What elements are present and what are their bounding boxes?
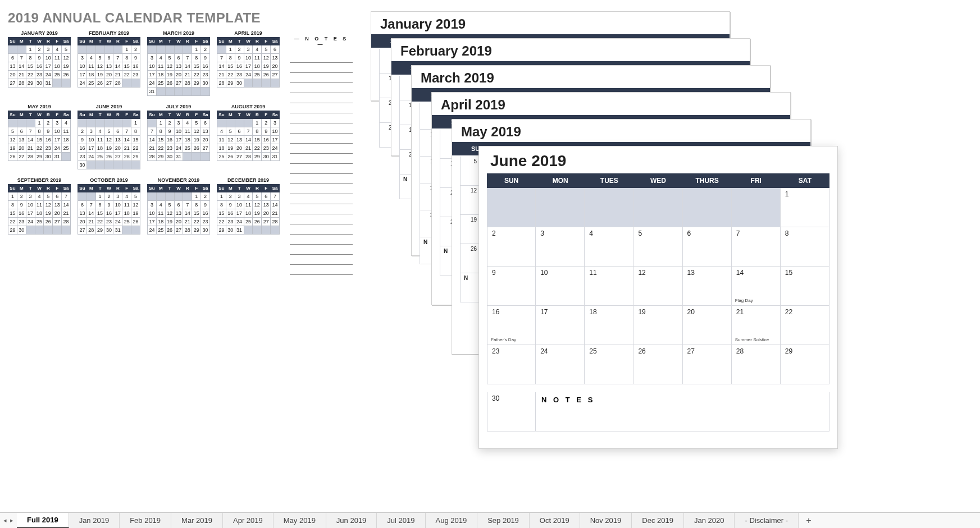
notes-area[interactable]: N O T E S xyxy=(536,392,829,431)
day-cell[interactable]: 21Summer Solstice xyxy=(732,306,781,345)
mini-day-cell: 29 xyxy=(95,226,104,235)
day-cell[interactable]: 16Father's Day xyxy=(487,306,536,345)
mini-day-cell: 16 xyxy=(35,62,44,71)
tab-nav-next-icon[interactable]: ▸ xyxy=(10,517,13,524)
mini-day-cell: 23 xyxy=(35,71,44,79)
notes-line xyxy=(290,144,353,154)
day-cell[interactable]: 3 xyxy=(536,227,585,267)
day-cell[interactable]: 28 xyxy=(732,345,781,384)
day-cell[interactable]: 27 xyxy=(683,345,732,384)
mini-month: SEPTEMBER 2019SuMTWRFSa12345678910111213… xyxy=(8,177,71,235)
mini-day-cell: 2 xyxy=(17,192,26,201)
day-cell[interactable]: 15 xyxy=(781,267,829,306)
day-cell[interactable]: 22 xyxy=(781,306,829,345)
day-cell[interactable]: 5 xyxy=(633,227,682,267)
mini-day-cell: 10 xyxy=(148,209,157,218)
mini-day-cell: 19 xyxy=(262,62,271,71)
mini-day-cell: 26 xyxy=(262,71,271,79)
day-cell[interactable]: 30 xyxy=(487,392,536,431)
day-cell[interactable]: 2 xyxy=(487,227,536,267)
mini-dow-header: T xyxy=(26,185,35,192)
mini-day-cell xyxy=(131,161,140,169)
sheet-tab[interactable]: May 2019 xyxy=(274,513,326,528)
mini-day-cell: 4 xyxy=(156,54,165,62)
day-cell[interactable] xyxy=(487,188,536,227)
day-cell[interactable]: 6 xyxy=(683,227,732,267)
mini-day-cell: 29 xyxy=(217,226,226,235)
mini-dow-header: F xyxy=(192,111,201,119)
mini-day-cell: 7 xyxy=(244,127,253,136)
day-cell[interactable] xyxy=(683,188,732,227)
tab-nav-prev-icon[interactable]: ◂ xyxy=(3,517,7,524)
mini-day-cell: 28 xyxy=(183,79,192,88)
sheet-tab[interactable]: Aug 2019 xyxy=(426,513,478,528)
day-cell[interactable]: 4 xyxy=(585,227,633,267)
day-cell[interactable]: 24 xyxy=(536,345,585,384)
mini-day-cell: 12 xyxy=(131,201,140,209)
sheet-tab[interactable]: Jan 2019 xyxy=(69,513,120,528)
sheet-tab[interactable]: Jan 2020 xyxy=(684,513,735,528)
mini-day-cell: 1 xyxy=(253,119,262,127)
day-cell[interactable]: 11 xyxy=(585,267,633,306)
day-cell[interactable]: 13 xyxy=(683,267,732,306)
day-cell[interactable]: 12 xyxy=(633,267,682,306)
day-cell[interactable]: 25 xyxy=(585,345,633,384)
mini-day-cell xyxy=(217,119,226,127)
sheet-tab[interactable]: Feb 2019 xyxy=(120,513,171,528)
sheet-tab[interactable]: Mar 2019 xyxy=(171,513,223,528)
day-cell[interactable]: 19 xyxy=(633,306,682,345)
day-cell[interactable]: 8 xyxy=(781,227,829,267)
mini-day-cell: 27 xyxy=(104,79,113,88)
mini-day-cell: 6 xyxy=(174,201,183,209)
day-cell[interactable]: 18 xyxy=(585,306,633,345)
sheet-tab[interactable]: Apr 2019 xyxy=(223,513,274,528)
mini-dow-header: M xyxy=(156,111,165,119)
mini-day-cell: 7 xyxy=(62,192,71,201)
day-cell[interactable]: 9 xyxy=(487,267,536,306)
sheet-tab[interactable]: Jun 2019 xyxy=(326,513,377,528)
mini-day-cell: 3 xyxy=(44,45,53,54)
day-cell[interactable] xyxy=(732,188,781,227)
mini-day-cell: 1 xyxy=(226,45,235,54)
mini-day-cell xyxy=(253,226,262,235)
sheet-tab[interactable]: Full 2019 xyxy=(17,513,69,528)
day-cell[interactable]: 17 xyxy=(536,306,585,345)
mini-day-cell: 12 xyxy=(192,127,201,136)
day-cell[interactable] xyxy=(536,188,585,227)
sheet-tab[interactable]: Oct 2019 xyxy=(530,513,580,528)
mini-day-cell: 3 xyxy=(148,54,157,62)
day-cell[interactable]: 7 xyxy=(732,227,781,267)
day-cell[interactable] xyxy=(585,188,633,227)
mini-month-table: SuMTWRFSa1234567891011121314151617181920… xyxy=(8,37,71,88)
event-label: Summer Solstice xyxy=(735,337,769,342)
mini-day-cell: 28 xyxy=(244,153,253,161)
mini-dow-header: W xyxy=(104,185,113,192)
mini-dow-header: M xyxy=(86,111,95,119)
mini-day-cell: 13 xyxy=(201,127,210,136)
mini-day-cell: 11 xyxy=(35,201,44,209)
add-sheet-button[interactable]: + xyxy=(799,513,819,528)
day-cell[interactable]: 23 xyxy=(487,345,536,384)
sheet-tab[interactable]: Sep 2019 xyxy=(477,513,530,528)
mini-day-cell: 8 xyxy=(131,127,140,136)
sheet-tab[interactable]: Nov 2019 xyxy=(580,513,632,528)
mini-day-cell xyxy=(244,79,253,88)
day-cell[interactable]: 20 xyxy=(683,306,732,345)
mini-day-cell: 24 xyxy=(44,71,53,79)
day-cell[interactable]: 14Flag Day xyxy=(732,267,781,306)
sheet-tab[interactable]: Dec 2019 xyxy=(632,513,684,528)
day-cell[interactable]: 29 xyxy=(781,345,829,384)
day-cell[interactable]: 1 xyxy=(781,188,829,227)
mini-day-cell xyxy=(148,192,157,201)
sheet-tab[interactable]: Jul 2019 xyxy=(377,513,425,528)
mini-day-cell: 17 xyxy=(26,209,35,218)
day-cell[interactable]: 26 xyxy=(633,345,682,384)
mini-day-cell: 15 xyxy=(217,209,226,218)
day-cell[interactable]: 10 xyxy=(536,267,585,306)
mini-day-cell: 27 xyxy=(17,153,26,161)
dow-header-cell: WED xyxy=(633,173,682,188)
mini-day-cell: 25 xyxy=(156,226,165,235)
sheet-tab[interactable]: - Disclaimer - xyxy=(735,513,799,528)
mini-dow-header: Su xyxy=(217,111,226,119)
day-cell[interactable] xyxy=(633,188,682,227)
